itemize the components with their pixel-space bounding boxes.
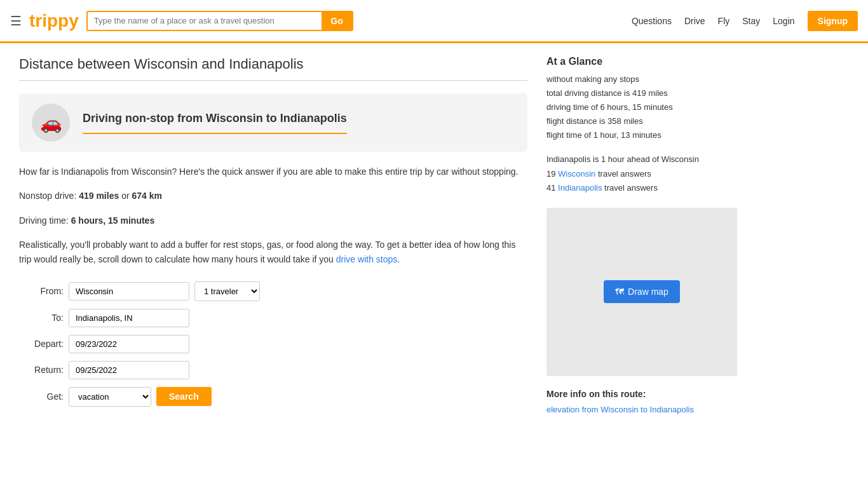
nonstop-miles: 419 miles — [79, 191, 119, 201]
nav-fly[interactable]: Fly — [718, 16, 730, 26]
menu-icon[interactable]: ☰ — [10, 13, 22, 29]
driving-divider — [83, 133, 347, 134]
driving-time-label: Driving time: — [19, 215, 69, 226]
timezone-text: Indianapolis is 1 hour ahead of Wisconsi… — [546, 152, 737, 166]
get-label: Get: — [19, 391, 64, 402]
at-a-glance-line4: flight distance is 358 miles — [546, 114, 737, 128]
buffer-content: Realistically, you'll probably want to a… — [19, 240, 515, 264]
at-a-glance-line1: without making any stops — [546, 72, 737, 86]
search-bar: Go — [86, 11, 353, 31]
drive-with-stops-link[interactable]: drive with stops — [336, 254, 397, 264]
draw-map-label: Draw map — [628, 287, 668, 297]
main-container: Distance between Wisconsin and Indianapo… — [0, 43, 868, 427]
draw-map-button[interactable]: 🗺 Draw map — [604, 280, 680, 303]
form-section: From: 1 traveler 2 travelers 3 travelers… — [19, 281, 527, 407]
indianapolis-link[interactable]: Indianapolis — [558, 183, 602, 193]
nav-stay[interactable]: Stay — [742, 16, 760, 26]
to-input[interactable] — [69, 309, 189, 327]
car-icon: 🚗 — [32, 104, 70, 142]
buffer-text: Realistically, you'll probably want to a… — [19, 238, 527, 266]
from-input[interactable] — [69, 282, 189, 301]
wisconsin-count: 19 — [546, 169, 555, 179]
at-a-glance-line5: flight time of 1 hour, 13 minutes — [546, 128, 737, 142]
map-container: 🗺 Draw map — [546, 208, 737, 376]
nonstop-label: Nonstop drive: — [19, 191, 76, 201]
return-label: Return: — [19, 365, 64, 375]
signup-button[interactable]: Signup — [808, 11, 858, 31]
at-a-glance-heading: At a Glance — [546, 56, 737, 67]
draw-map-icon: 🗺 — [615, 287, 624, 297]
driving-time-text: Driving time: 6 hours, 15 minutes — [19, 214, 527, 227]
go-button[interactable]: Go — [322, 12, 351, 30]
nonstop-or: or — [121, 191, 129, 201]
elevation-link[interactable]: elevation from Wisconsin to Indianapolis — [546, 405, 694, 414]
at-a-glance-line3: driving time of 6 hours, 15 minutes — [546, 100, 737, 114]
more-info: More info on this route: elevation from … — [546, 389, 737, 414]
nonstop-text: Nonstop drive: 419 miles or 674 km — [19, 189, 527, 203]
wisconsin-suffix: travel answers — [598, 169, 651, 179]
wisconsin-answers: 19 Wisconsin travel answers — [546, 167, 737, 181]
return-row: Return: — [19, 361, 527, 379]
driving-header-content: Driving non-stop from Wisconsin to India… — [83, 112, 347, 134]
from-row: From: 1 traveler 2 travelers 3 travelers… — [19, 281, 527, 301]
to-label: To: — [19, 313, 64, 323]
driving-title: Driving non-stop from Wisconsin to India… — [83, 112, 347, 125]
depart-row: Depart: — [19, 335, 527, 353]
indianapolis-suffix: travel answers — [604, 183, 658, 193]
at-a-glance: At a Glance without making any stops tot… — [546, 56, 737, 195]
nav-drive[interactable]: Drive — [684, 16, 705, 26]
content-section: How far is Indianapolis from Wisconsin? … — [19, 165, 527, 266]
title-divider — [19, 80, 527, 81]
search-input[interactable] — [88, 12, 322, 30]
nav-links: Questions Drive Fly Stay Login Signup — [632, 11, 858, 31]
left-column: Distance between Wisconsin and Indianapo… — [19, 56, 527, 414]
indianapolis-count: 41 — [546, 183, 555, 193]
nonstop-km: 674 km — [132, 191, 161, 201]
driving-header-box: 🚗 Driving non-stop from Wisconsin to Ind… — [19, 93, 527, 152]
page-title: Distance between Wisconsin and Indianapo… — [19, 56, 527, 72]
logo[interactable]: trippy — [29, 11, 79, 31]
driving-time-value: 6 hours, 15 minutes — [71, 215, 154, 226]
at-a-glance-line2: total driving distance is 419 miles — [546, 86, 737, 100]
wisconsin-link[interactable]: Wisconsin — [558, 169, 595, 179]
nav-questions[interactable]: Questions — [632, 16, 672, 26]
return-input[interactable] — [69, 361, 189, 379]
right-column: At a Glance without making any stops tot… — [546, 56, 737, 414]
intro-text: How far is Indianapolis from Wisconsin? … — [19, 165, 527, 179]
indianapolis-answers: 41 Indianapolis travel answers — [546, 181, 737, 195]
traveler-select[interactable]: 1 traveler 2 travelers 3 travelers 4 tra… — [194, 281, 260, 301]
get-row: Get: vacation hotel flights car rental S… — [19, 387, 527, 407]
from-label: From: — [19, 286, 64, 296]
get-select[interactable]: vacation hotel flights car rental — [69, 387, 151, 407]
depart-input[interactable] — [69, 335, 189, 353]
depart-label: Depart: — [19, 339, 64, 349]
more-info-heading: More info on this route: — [546, 389, 737, 399]
drive-with-stops-suffix: . — [397, 254, 400, 264]
nav-login[interactable]: Login — [773, 16, 794, 26]
to-row: To: — [19, 309, 527, 327]
search-button[interactable]: Search — [156, 387, 212, 406]
